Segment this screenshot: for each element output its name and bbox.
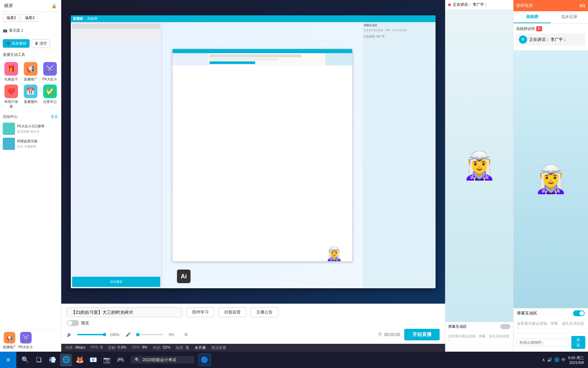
taskbar-right: ∧ 🔊 🌐 中 8:00 周三 2021/9/8	[542, 355, 588, 365]
send-row: 发送	[513, 333, 588, 352]
send-btn[interactable]: 发送	[571, 336, 585, 349]
status-fps: FPS: 0	[91, 345, 102, 350]
far-right-tab-flow[interactable]: 流水记录	[551, 11, 588, 23]
status-canvas: 画质: 无	[176, 345, 189, 350]
live-indicator: 正在讲话： 李广平；	[445, 0, 513, 9]
sidebar-header: 横屏 🔒	[0, 0, 61, 12]
danmu-content: 这里展示观众进场、弹幕、送礼活动信息~	[445, 331, 513, 352]
talking-name-text: 正在讲话： 李广平；	[529, 37, 567, 43]
stream-right: ⏱ 00:00:00 开始直播	[378, 329, 440, 340]
battery-bar: 获得电池 0/1	[513, 0, 588, 11]
stream-top: 陪伴学习 封面设置 主播公告	[67, 307, 440, 317]
lock-icon[interactable]: 🔒	[51, 3, 57, 9]
announcement-tab[interactable]: 主播公告	[250, 307, 278, 317]
speaker-sys-icon[interactable]: 🔊	[547, 357, 552, 362]
preview-toggle[interactable]: 预览	[67, 320, 89, 326]
send-input[interactable]	[516, 339, 569, 346]
activity-1[interactable]: PK大乱斗S13赛季 星光流量·短位号	[0, 121, 61, 136]
highlight-label-text: 高能榜说明	[516, 26, 535, 31]
activity-2[interactable]: 哔哩超星学园 位号·专属荣誉	[0, 136, 61, 151]
network-icon[interactable]: 🌐	[554, 357, 559, 362]
chevron-up-icon[interactable]: ∧	[542, 357, 545, 362]
mode-label: 横屏	[4, 3, 13, 9]
companion-tab[interactable]: 陪伴学习	[186, 307, 214, 317]
mic-pct: 0%	[169, 333, 179, 337]
danmu-section: 弹幕互动区 这里展示观众进场、弹幕、送礼活动信息~	[445, 322, 513, 352]
taskbar-sys-icons: ∧ 🔊 🌐 中	[542, 357, 566, 363]
tool-love[interactable]: ❤️ 和用户亲爱	[3, 85, 19, 109]
mic-slider[interactable]	[136, 334, 163, 335]
scene-tab-2[interactable]: 场景2	[3, 14, 20, 22]
virtual-char-big: 🧝‍♀️	[513, 50, 588, 308]
danmu-toggle[interactable]	[500, 324, 510, 329]
taskbar-widgets[interactable]: 💨	[46, 354, 59, 366]
layer-item: 📺 显示器 1	[3, 27, 58, 34]
status-bar: 码率: 0kbps FPS: 0 丢帧: 0.0% CPU: 9% 内存:	[61, 344, 445, 352]
main-content: 直播姬 高能榜 添加素材	[61, 0, 445, 352]
taskbar-firefox[interactable]: 🦊	[74, 354, 86, 366]
taskbar: ⊞ 🔍 ❑ 💨 🌐 🦊 📧 📷 🎮 🔍 🔵 ∧ 🔊 🌐 中 8:00 周三 20…	[0, 352, 588, 368]
talking-avatar: 李	[519, 35, 527, 44]
danmu-area-label: 弹幕互动区	[517, 310, 537, 316]
status-mem: 内存: 52%	[153, 345, 170, 350]
battery-label: 获得电池	[516, 3, 533, 9]
mic-icon: 🎤	[126, 332, 131, 337]
battery-count: 0/1	[579, 3, 585, 8]
far-right-tabs: 高能榜 流水记录	[513, 11, 588, 24]
preview-area: 直播姬 高能榜 添加素材	[61, 0, 445, 304]
tool-bottom-promote[interactable]: 📢 直播推广	[3, 332, 16, 350]
lang-icon[interactable]: 中	[561, 357, 566, 363]
taskbar-photos[interactable]: 📷	[101, 354, 113, 366]
tool-bottom-pk[interactable]: ⚔️ PK大乱斗	[18, 332, 33, 350]
new-badge: 新	[536, 26, 542, 31]
stream-controls: 陪伴学习 封面设置 主播公告 预览 🔊 100%	[61, 304, 445, 344]
taskbar-icons: 🔍 ❑ 💨 🌐 🦊 📧 📷 🎮	[16, 354, 129, 366]
tool-gift[interactable]: 🎁 礼物盒子	[3, 62, 19, 82]
taskbar-edge[interactable]: 🌐	[60, 354, 72, 366]
screenshot-inner: 直播姬 高能榜 添加素材	[71, 15, 436, 289]
danmu-area: 弹幕互动区 这里展示观众进场、弹幕、送礼互动信息~ 发送	[513, 308, 588, 352]
clear-material-btn[interactable]: 🗑 清空	[32, 39, 50, 48]
danmu-label: 弹幕互动区	[448, 324, 467, 329]
avatar-character: 🧝‍♀️	[462, 150, 496, 182]
add-material-btn[interactable]: ➕ 添加素材	[3, 39, 30, 48]
taskbar-task-view[interactable]: ❑	[33, 354, 45, 366]
taskbar-search-input[interactable]	[143, 357, 190, 362]
preview-screenshot: 直播姬 高能榜 添加素材	[61, 0, 445, 304]
start-stream-btn[interactable]: 开始直播	[404, 329, 440, 340]
danmu-area-toggle[interactable]	[573, 310, 585, 316]
taskbar-time[interactable]: 8:00 周三 2021/9/8	[568, 355, 584, 365]
scene-tab-3[interactable]: 场景3	[21, 14, 38, 22]
danmu-description: 这里展示观众进场、弹幕、送礼互动信息~	[513, 318, 588, 333]
clock-icon: ⏱	[378, 332, 382, 337]
far-right-tab-highlight[interactable]: 高能榜	[513, 11, 551, 23]
tool-pk[interactable]: ⚔️ PK大乱斗	[42, 62, 58, 82]
status-loss: 丢帧: 0.0%	[108, 345, 126, 350]
tool-task[interactable]: ✅ 任务中心	[42, 85, 58, 109]
taskbar-app-btn[interactable]: 🔵	[198, 354, 211, 366]
live-dot	[448, 3, 451, 6]
status-cpu: CPU: 9%	[132, 345, 147, 350]
cover-tab[interactable]: 封面设置	[218, 307, 246, 317]
more-btn[interactable]: 更多	[51, 114, 58, 119]
taskbar-search-btn[interactable]: 🔍	[19, 354, 31, 366]
right-panel: 正在讲话： 李广平； 🧝‍♀️ 弹幕互动区 这里展示观众进场、弹幕、送礼活动信息…	[445, 0, 513, 352]
tool-promote[interactable]: 📢 直播推广	[22, 62, 39, 82]
far-right-panel: 获得电池 0/1 高能榜 流水记录 高能榜说明 新 李 正在讲话： 李广平；	[513, 0, 588, 352]
virtual-avatar: 🧝‍♀️	[445, 9, 513, 322]
tool-reserve[interactable]: 📅 直播预约	[22, 85, 39, 109]
taskbar-app[interactable]: 🎮	[114, 354, 127, 366]
taskbar-search-box[interactable]: 🔍	[131, 356, 194, 364]
speaker-icon: 🔊	[67, 332, 72, 337]
status-quality: 推流质量	[211, 345, 226, 350]
ai-badge: Ai	[177, 270, 191, 283]
taskbar-mail[interactable]: 📧	[87, 354, 99, 366]
tools-grid: 🎁 礼物盒子 📢 直播推广 ⚔️ PK大乱斗 ❤️ 和用户亲爱 📅 直	[0, 59, 61, 112]
left-sidebar: 横屏 🔒 场景2 场景3 📺 显示器 1 ➕ 添加素材 🗑 清空	[0, 0, 61, 352]
start-button[interactable]: ⊞	[0, 352, 16, 368]
stream-title-input[interactable]	[67, 307, 182, 317]
tools-section-header: 直播互动工具	[0, 50, 61, 59]
volume-slider[interactable]	[77, 334, 104, 335]
search-box-icon: 🔍	[135, 357, 140, 362]
equalizer-icon[interactable]: ≡	[184, 332, 187, 338]
